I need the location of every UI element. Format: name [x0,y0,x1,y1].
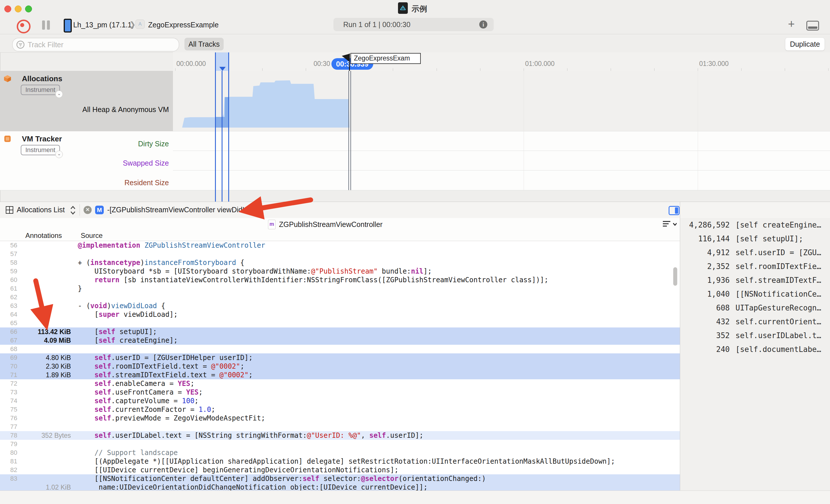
detail-view-selector[interactable]: Allocations List [17,206,65,214]
code-text: self.roomIDTextField.text = @"0002"; [78,362,245,370]
allocation-summary-row[interactable]: 608UITapGestureRecogn… [680,301,830,315]
code-line[interactable]: 694.80 KiB self.userID = [ZGUserIDHelper… [0,354,680,362]
code-line[interactable]: 78352 Bytes self.userIDLabel.text = [NSS… [0,431,680,440]
flag-icon[interactable] [342,54,349,62]
line-number: 82 [0,466,17,474]
allocations-instrument-pill[interactable]: Instrument ⌄ [21,85,60,95]
code-line[interactable]: 61} [0,284,680,293]
code-line[interactable]: 74 self.captureVolume = 100; [0,397,680,405]
allocations-lane[interactable] [173,71,830,131]
code-line[interactable]: 73 self.useFrontCamera = YES; [0,388,680,397]
selection-end-line[interactable] [228,53,229,202]
code-line[interactable]: 82 [[UIDevice currentDevice] beginGenera… [0,466,680,474]
chevron-down-icon[interactable]: ⌄ [55,91,63,98]
code-text: self.streamIDTextField.text = @"0002"; [78,371,253,379]
time-ruler[interactable]: 00:00.00000:3001:00.00001:30.000 [173,53,830,71]
code-line[interactable]: 75 self.currentZoomFactor = 1.0; [0,405,680,414]
allocation-summary-row[interactable]: 116,144[self setupUI]; [680,232,830,246]
code-line[interactable]: 702.30 KiB self.roomIDTextField.text = @… [0,362,680,371]
code-line[interactable]: 77 [0,423,680,431]
bytes-value: 608 [680,304,730,312]
vm-stat-label[interactable]: Resident Size [0,178,169,187]
code-line[interactable]: 1.02 KiB name:UIDeviceOrientationDidChan… [0,483,680,491]
run-info-pill[interactable]: Run 1 of 1 | 00:00:30 i [333,18,494,31]
right-panel-toggle-button[interactable] [669,206,679,215]
info-icon[interactable]: i [479,21,487,29]
code-line[interactable]: 72 self.enableCamera = YES; [0,379,680,388]
grid-line [698,71,698,190]
code-line[interactable]: 64 [super viewDidLoad]; [0,310,680,319]
allocation-code-snippet: self.streamIDTextF… [735,276,821,284]
allocation-code-snippet: [[NSNotificationCe… [735,290,821,298]
chevron-down-icon[interactable]: ⌄ [55,150,63,158]
source-column-header[interactable]: Source [81,232,103,240]
line-number: 75 [0,406,17,413]
close-window-button[interactable] [4,5,11,12]
bottom-panel-toggle-button[interactable] [806,21,819,31]
zoom-window-button[interactable] [25,5,32,12]
selection-start-line[interactable] [215,53,216,202]
alloc-chart [173,71,830,131]
code-line[interactable]: 79 [0,440,680,448]
track-filter-input[interactable]: Track Filter [12,38,179,52]
playhead-line[interactable] [348,71,349,190]
code-line[interactable]: 62 [0,293,680,302]
code-line[interactable]: 57 [0,250,680,258]
allocation-summary-row[interactable]: 4,912self.userID = [ZGU… [680,246,830,260]
all-tracks-button[interactable]: All Tracks [185,38,224,51]
pause-button[interactable] [42,21,51,30]
code-line[interactable]: 65 [0,319,680,328]
target-app-icon: A [135,20,145,29]
code-line[interactable]: 68 [0,345,680,354]
code-line[interactable]: 711.89 KiB self.streamIDTextField.text =… [0,371,680,379]
track-filter-placeholder: Track Filter [28,41,63,49]
vm-tracker-lane[interactable] [173,131,830,190]
add-instrument-button[interactable]: + [786,19,797,29]
device-selector[interactable]: Lh_13_pm (17.1.1) [73,21,134,29]
code-text: [super viewDidLoad]; [78,310,178,318]
code-text: self.captureVolume = 100; [78,397,198,405]
minimize-window-button[interactable] [15,5,22,12]
allocations-track-header[interactable]: Allocations Instrument ⌄ All Heap & Anon… [0,71,173,131]
duplicate-button[interactable]: Duplicate [785,37,825,51]
record-button[interactable] [17,20,31,33]
titlebar: 示例 [0,0,830,16]
code-line[interactable]: 76 self.previewMode = ZegoViewModeAspect… [0,414,680,423]
line-number: 59 [0,268,17,275]
code-line[interactable]: 60 return [sb instantiateViewControllerW… [0,276,680,284]
bytes-value: 2,352 [680,262,730,271]
code-line[interactable]: 674.09 MiB [self createEngine]; [0,336,680,345]
focused-symbol-label: -[ZGPublishStreamViewController viewDidL… [107,206,260,214]
allocation-summary-row[interactable]: 352self.userIDLabel.t… [680,329,830,342]
allocation-summary-row[interactable]: 1,936self.streamIDTextF… [680,273,830,287]
allocation-summary-row[interactable]: 1,040[[NSNotificationCe… [680,287,830,301]
source-scrollbar-thumb[interactable] [673,267,677,286]
code-line[interactable]: 63- (void)viewDidLoad { [0,302,680,310]
allocation-annotation: 352 Bytes [17,432,75,439]
display-settings-menu[interactable] [662,220,677,228]
source-code-view[interactable]: 56@implementation ZGPublishStreamViewCon… [0,241,680,491]
target-app-selector[interactable]: ZegoExpressExample [148,21,219,29]
allocation-summary-row[interactable]: 2,352self.roomIDTextFie… [680,260,830,273]
vm-stat-label[interactable]: Swapped Size [0,159,169,167]
vm-stat-label[interactable]: Dirty Size [0,140,169,148]
code-line[interactable]: 59 UIStoryboard *sb = [UIStoryboard stor… [0,267,680,276]
updown-chevron-icon[interactable] [70,205,76,217]
device-icon [64,19,72,33]
breadcrumb-chevron-icon: ❯ [129,20,136,29]
code-line[interactable]: 83 [[NSNotificationCenter defaultCenter]… [0,474,680,483]
allocations-track-name: Allocations [22,74,62,83]
bytes-value: 1,040 [680,290,730,298]
clear-filter-button[interactable]: ✕ [84,206,92,214]
code-line[interactable]: 56@implementation ZGPublishStreamViewCon… [0,241,680,250]
allocation-summary-row[interactable]: 4,286,592[self createEngine… [680,218,830,232]
allocation-summary-row[interactable]: 240[self.documentLabe… [680,342,830,356]
code-line[interactable]: 58+ (instancetype)instanceFromStoryboard… [0,258,680,267]
line-number: 66 [0,328,17,336]
allocation-summary-row[interactable]: 432self.currentOrient… [680,315,830,329]
vm-tracker-track-header[interactable]: VM Tracker Instrument ⌄ Dirty SizeSwappe… [0,131,173,190]
code-line[interactable]: 80 // Support landscape [0,448,680,457]
annotations-column-header[interactable]: Annotations [25,232,62,240]
code-line[interactable]: 81 [(AppDelegate *)[[UIApplication share… [0,457,680,466]
code-line[interactable]: 66113.42 KiB [self setupUI]; [0,328,680,336]
